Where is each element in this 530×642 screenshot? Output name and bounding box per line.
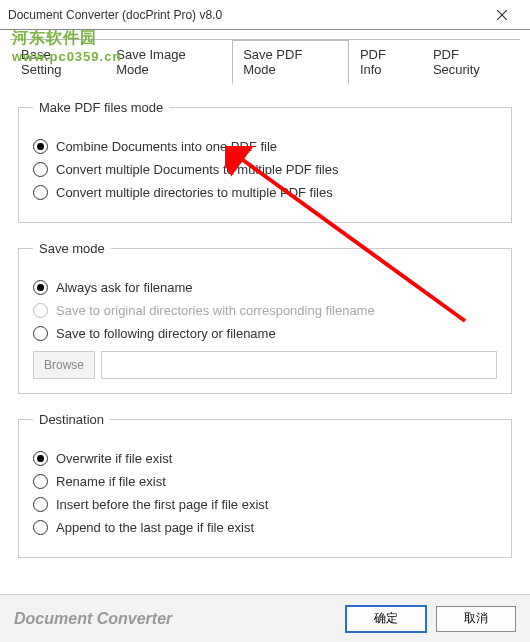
radio-combine[interactable]: Combine Documents into one PDF file: [33, 139, 497, 154]
group-make-pdf: Make PDF files mode Combine Documents in…: [18, 100, 512, 223]
footer-brand: Document Converter: [14, 610, 336, 628]
cancel-button[interactable]: 取消: [436, 606, 516, 632]
radio-icon: [33, 162, 48, 177]
radio-label: Always ask for filename: [56, 280, 193, 295]
radio-label: Save to following directory or filename: [56, 326, 276, 341]
radio-icon: [33, 451, 48, 466]
radio-save-following[interactable]: Save to following directory or filename: [33, 326, 497, 341]
radio-icon: [33, 474, 48, 489]
window-title: Document Converter (docPrint Pro) v8.0: [8, 8, 482, 22]
radio-icon: [33, 185, 48, 200]
radio-label: Rename if file exist: [56, 474, 166, 489]
radio-label: Convert multiple directories to multiple…: [56, 185, 333, 200]
group-destination: Destination Overwrite if file exist Rena…: [18, 412, 512, 558]
footer: Document Converter 确定 取消: [0, 594, 530, 642]
group-save-mode: Save mode Always ask for filename Save t…: [18, 241, 512, 394]
tab-bar: Base Setting Save Image Mode Save PDF Mo…: [10, 40, 520, 84]
radio-always-ask[interactable]: Always ask for filename: [33, 280, 497, 295]
tab-base-setting[interactable]: Base Setting: [10, 40, 105, 84]
tab-save-image-mode[interactable]: Save Image Mode: [105, 40, 232, 84]
radio-label: Save to original directories with corres…: [56, 303, 375, 318]
radio-multi-dirs[interactable]: Convert multiple directories to multiple…: [33, 185, 497, 200]
tab-pdf-info[interactable]: PDF Info: [349, 40, 422, 84]
tab-pdf-security[interactable]: PDF Security: [422, 40, 520, 84]
radio-overwrite[interactable]: Overwrite if file exist: [33, 451, 497, 466]
tab-content: Make PDF files mode Combine Documents in…: [0, 84, 530, 584]
radio-icon: [33, 303, 48, 318]
group-destination-legend: Destination: [33, 412, 110, 427]
radio-label: Append to the last page if file exist: [56, 520, 254, 535]
path-input[interactable]: [101, 351, 497, 379]
close-icon: [497, 10, 507, 20]
close-button[interactable]: [482, 1, 522, 29]
radio-label: Insert before the first page if file exi…: [56, 497, 268, 512]
group-save-mode-legend: Save mode: [33, 241, 111, 256]
radio-icon: [33, 520, 48, 535]
radio-icon: [33, 497, 48, 512]
radio-label: Combine Documents into one PDF file: [56, 139, 277, 154]
radio-label: Convert multiple Documents to multiple P…: [56, 162, 339, 177]
radio-rename[interactable]: Rename if file exist: [33, 474, 497, 489]
radio-icon: [33, 280, 48, 295]
tab-save-pdf-mode[interactable]: Save PDF Mode: [232, 40, 349, 84]
radio-append[interactable]: Append to the last page if file exist: [33, 520, 497, 535]
radio-insert-before[interactable]: Insert before the first page if file exi…: [33, 497, 497, 512]
radio-save-original: Save to original directories with corres…: [33, 303, 497, 318]
browse-row: Browse: [33, 351, 497, 379]
titlebar: Document Converter (docPrint Pro) v8.0: [0, 0, 530, 30]
radio-icon: [33, 326, 48, 341]
radio-icon: [33, 139, 48, 154]
browse-button[interactable]: Browse: [33, 351, 95, 379]
radio-multi-docs[interactable]: Convert multiple Documents to multiple P…: [33, 162, 497, 177]
group-make-pdf-legend: Make PDF files mode: [33, 100, 169, 115]
ok-button[interactable]: 确定: [346, 606, 426, 632]
radio-label: Overwrite if file exist: [56, 451, 172, 466]
